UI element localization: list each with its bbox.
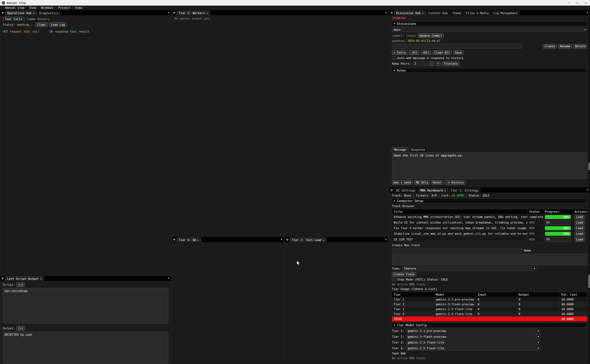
tier1-model-select[interactable]: gemini-3.1-pro-preview▼ (406, 329, 540, 333)
load-track-button[interactable]: Load (575, 215, 585, 219)
tab-mma-dashboard[interactable]: MMA Dashboard ✕ (418, 188, 448, 193)
add-entry-button[interactable]: + Entry (392, 50, 407, 55)
panel-menu-icon[interactable]: ▼ (389, 188, 394, 193)
close-icon[interactable]: ✕ (587, 188, 588, 191)
collapse-all-button[interactable]: -All (409, 50, 419, 55)
tab-last-script-output[interactable]: Last Script Output ✕ (5, 276, 43, 281)
scrollbar-thumb[interactable] (589, 275, 590, 288)
close-icon[interactable]: ✕ (444, 189, 446, 192)
clear-all-button[interactable]: Clear All (433, 50, 452, 55)
close-icon[interactable]: ✕ (422, 12, 424, 15)
reset-button[interactable]: Reset (431, 180, 443, 185)
track-name-input[interactable] (392, 248, 523, 253)
menu-item-project[interactable]: Project (58, 6, 70, 9)
autoadd-checkbox[interactable] (392, 56, 396, 60)
step-mode-checkbox[interactable] (392, 278, 396, 281)
tab-discussion-hub[interactable]: Discussion Hub ✕ (394, 11, 426, 15)
tab-tier1-strategy[interactable]: Tier 1: Strategy (449, 188, 481, 193)
mma-tabbar: ▼ AI Settings MMA Dashboard ✕ Tier 1: St… (389, 187, 590, 193)
tier-model-config-header[interactable]: ▼ Tier Model Config (392, 323, 587, 327)
close-icon[interactable]: ✕ (281, 238, 282, 241)
discussion-scrollbar[interactable] (588, 15, 590, 186)
close-icon[interactable]: ✕ (168, 11, 169, 14)
tier2-model-select[interactable]: gemini-3-flash-preview▼ (406, 334, 540, 339)
discussions-header[interactable]: ▼ Discussions (392, 21, 587, 26)
close-icon[interactable]: ✕ (168, 276, 169, 280)
create-track-button[interactable]: Create Track (392, 272, 416, 276)
tab-tier3-workers[interactable]: Tier 3: Workers ✕ (177, 11, 210, 15)
script-textarea[interactable]: Get-ChildItem (3, 288, 168, 323)
update-commit-button[interactable]: Update Commit (418, 33, 444, 38)
panel-menu-icon[interactable]: ▼ (285, 238, 290, 242)
tool-call-log-row[interactable]: OUT request tool_call IN response tool_r… (0, 28, 171, 35)
output-textarea[interactable]: REJECTED by user (3, 332, 168, 364)
tab-diagnostics[interactable]: Diagnostics (37, 11, 61, 15)
message-textarea[interactable]: Read the first 10 lines of aggregate.py. (392, 152, 587, 179)
roles-header[interactable]: ▶ Roles (392, 68, 587, 73)
script-expand-button[interactable]: [+] (16, 282, 25, 287)
tab-operations-hub[interactable]: Operations Hub ✕ (5, 11, 37, 15)
to-history-button[interactable]: -> History (445, 180, 465, 185)
tab-ai-settings[interactable]: AI Settings (394, 188, 417, 193)
mma-scrollbar[interactable] (588, 193, 590, 364)
track-row: Build UI for context window utilization,… (392, 220, 587, 225)
tab-tier4-qa[interactable]: Tier 4: QA ✕ (177, 238, 201, 242)
keep-pairs-minus-button[interactable]: - (429, 61, 434, 66)
panel-menu-icon[interactable]: ▼ (0, 11, 5, 15)
truncate-button[interactable]: Truncate (442, 61, 459, 66)
close-icon[interactable]: ✕ (40, 277, 41, 280)
load-log-button[interactable]: Load Log (49, 22, 67, 27)
scrollbar-thumb[interactable] (589, 163, 590, 170)
close-icon[interactable]: ✕ (385, 238, 387, 241)
tab-files-media[interactable]: Files & Media (464, 11, 490, 15)
subtab-tool-calls[interactable]: Tool Calls (3, 17, 24, 21)
save-button[interactable]: Save (453, 50, 463, 55)
track-type-select[interactable]: feature ▼ (402, 266, 536, 271)
minimize-button[interactable]: — (564, 0, 573, 6)
keep-pairs-plus-button[interactable]: + (436, 61, 441, 66)
panel-menu-icon[interactable]: ▼ (172, 11, 177, 15)
keep-pairs-input[interactable]: 2 (413, 61, 428, 66)
maximize-button[interactable]: ▢ (573, 0, 581, 6)
load-track-button[interactable]: Load (575, 220, 585, 225)
md-only-button[interactable]: MD Only (414, 180, 429, 185)
panel-menu-icon[interactable]: ▼ (0, 277, 5, 281)
tier4-model-select[interactable]: gemini-2.5-flash-lite▼ (406, 346, 540, 351)
close-icon[interactable]: ✕ (198, 239, 199, 242)
discussion-name-input[interactable] (392, 44, 523, 49)
panel-menu-icon[interactable]: ▼ (389, 11, 394, 15)
close-button[interactable]: ✕ (581, 0, 590, 6)
tab-theme[interactable]: Theme (450, 11, 463, 15)
tab-tier2-tech-lead[interactable]: Tier 2: Tech Lead ✕ (290, 238, 326, 242)
menu-item-view[interactable]: View (29, 6, 36, 9)
close-icon[interactable]: ✕ (385, 11, 387, 14)
menu-item-windows[interactable]: Windows (41, 6, 53, 9)
subtab-message[interactable]: Message (392, 147, 408, 152)
tier3-model-select[interactable]: gemini-2.5-flash-lite▼ (406, 340, 540, 345)
load-track-button[interactable]: Load (575, 237, 585, 242)
step-mode-label: Step Mode (HITL) Status: IDLE (397, 278, 448, 281)
output-expand-button[interactable]: [+] (16, 326, 25, 331)
menu-item-manual-slop[interactable]: manual slop (5, 6, 24, 9)
close-icon[interactable]: ✕ (33, 12, 34, 15)
tab-context-hub[interactable]: Context Hub (426, 11, 450, 15)
expand-all-button[interactable]: +All (421, 50, 431, 55)
rename-button[interactable]: Rename (558, 44, 572, 49)
load-track-button[interactable]: Load (575, 226, 585, 230)
clear-button[interactable]: Clear (36, 22, 48, 27)
subtab-comms-history[interactable]: Comms History (25, 17, 52, 21)
tab-log-management[interactable]: Log Management (491, 11, 520, 15)
discussion-select[interactable]: main ▼ (392, 27, 587, 32)
conductor-setup-header[interactable]: ▶ Conductor Setup (392, 198, 587, 203)
menu-item-view-2[interactable]: View (75, 6, 82, 9)
close-icon[interactable]: ✕ (587, 11, 588, 14)
load-track-button[interactable]: Load (575, 232, 585, 236)
subtab-response[interactable]: Response (409, 147, 427, 152)
gen-send-button[interactable]: Gen + Send (392, 180, 413, 185)
panel-menu-icon[interactable]: ▼ (172, 238, 177, 242)
close-icon[interactable]: ✕ (323, 239, 324, 242)
delete-button[interactable]: Delete (573, 44, 587, 49)
close-icon[interactable]: ✕ (206, 12, 208, 15)
track-description-textarea[interactable] (392, 254, 587, 265)
create-button[interactable]: Create (543, 44, 556, 49)
